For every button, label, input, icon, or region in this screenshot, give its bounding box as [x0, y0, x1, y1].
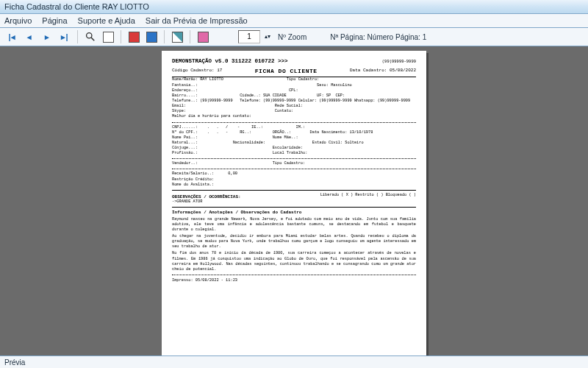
nav-last-button[interactable]: ▸| [57, 29, 72, 44]
square-teal-icon [172, 32, 183, 43]
title-bar: Ficha Cadastral do Cliente RAY LIOTTO [0, 0, 588, 14]
info-para-2: Ao chegar na juventude, decidiu ir embor… [172, 234, 416, 250]
magnifier-icon [85, 32, 96, 42]
menu-suporte[interactable]: Suporte e Ajuda [78, 16, 135, 25]
print-preview-window: Ficha Cadastral do Cliente RAY LIOTTO Ar… [0, 0, 588, 368]
divider-solid [172, 190, 416, 191]
obs-tag: ->GRANDE ATOR [172, 199, 416, 205]
svg-point-0 [87, 33, 92, 38]
page-number-label: Nª Página: Número Página: 1 [330, 33, 426, 41]
data-cadastro: Data Cadastro: 05/08/2022 [350, 68, 416, 75]
zoom-label: Nº Zoom [278, 33, 306, 41]
status-label: Prévia [4, 358, 25, 367]
impresso-stamp: Impresso: 05/08/2022 - 11:23 [172, 278, 416, 283]
status-bar: Prévia [0, 355, 588, 368]
menu-pagina[interactable]: Página [42, 16, 67, 25]
report-header-title: DEMONSTRAÇÃO v5.0 311222 010722 >>> [172, 58, 288, 65]
vendor-block: Vendedor..: Tipo Cadastro: [172, 161, 416, 166]
page-view-button[interactable] [101, 29, 115, 44]
nav-next-button[interactable]: ▸ [40, 29, 54, 44]
info-title: Informações / Anotações / Observações do… [172, 210, 416, 216]
obs-flags: Liberado ( X ) Restrito ( ) Bloqueado ( … [320, 193, 416, 200]
nav-first-button[interactable]: |◂ [4, 29, 19, 44]
report-page: DEMONSTRAÇÃO v5.0 311222 010722 >>> (99)… [162, 51, 426, 355]
menu-arquivo[interactable]: Arquivo [4, 16, 32, 25]
tool-teal-button[interactable] [170, 29, 184, 44]
divider-solid [172, 207, 416, 208]
finance-block: Receita/Salario..: 0,00 Restrição Crédit… [172, 171, 416, 187]
ficha-title: FICHA DO CLIENTE [255, 68, 318, 75]
obs-title: OBSERVAÇÕES / OCORRÊNCIAS: [172, 194, 241, 200]
window-title: Ficha Cadastral do Cliente RAY LIOTTO [4, 2, 149, 11]
identity-block: Nome/Razão: RAY LIOTTO Tipo Cadastro: Fa… [172, 77, 416, 119]
separator [121, 30, 121, 43]
menu-sair[interactable]: Sair da Prévia de Impressão [146, 16, 248, 25]
svg-line-1 [91, 38, 94, 40]
menu-bar: Arquivo Página Suporte e Ajuda Sair da P… [0, 14, 588, 28]
info-para-3: No fim dos anos 70 e início da década de… [172, 251, 416, 272]
tool-pink-button[interactable] [196, 29, 210, 44]
nav-prev-button[interactable]: ◂ [22, 29, 37, 44]
separator [77, 30, 78, 43]
divider [172, 122, 416, 123]
page-icon [103, 32, 114, 43]
square-pink-icon [198, 32, 209, 43]
documents-block: CNPJ......: . . / - IE..: IM.: Nº do CPF… [172, 125, 416, 157]
separator [164, 30, 165, 43]
zoom-tool-button[interactable] [83, 29, 98, 44]
divider [172, 275, 416, 275]
zoom-input[interactable]: 1 [238, 30, 260, 43]
report-header-tel: (99)99999-9999 [382, 60, 416, 65]
toolbar: |◂ ◂ ▸ ▸| 1 ▴▾ Nº Zoom Nª Página: Número… [0, 28, 588, 46]
square-blue-icon [146, 32, 157, 43]
zoom-spinner[interactable]: ▴▾ [265, 34, 270, 40]
divider [172, 169, 416, 169]
separator [190, 30, 190, 43]
preview-workspace[interactable]: DEMONSTRAÇÃO v5.0 311222 010722 >>> (99)… [0, 46, 588, 355]
tool-red-button[interactable] [126, 29, 141, 44]
divider [172, 158, 416, 159]
codigo-cadastro: Código Cadastro: 17 [172, 68, 222, 75]
info-para-1: Raymond nasceu na grande Newark, Nova Je… [172, 217, 416, 233]
square-red-icon [129, 32, 140, 43]
tool-blue-button[interactable] [144, 29, 159, 44]
